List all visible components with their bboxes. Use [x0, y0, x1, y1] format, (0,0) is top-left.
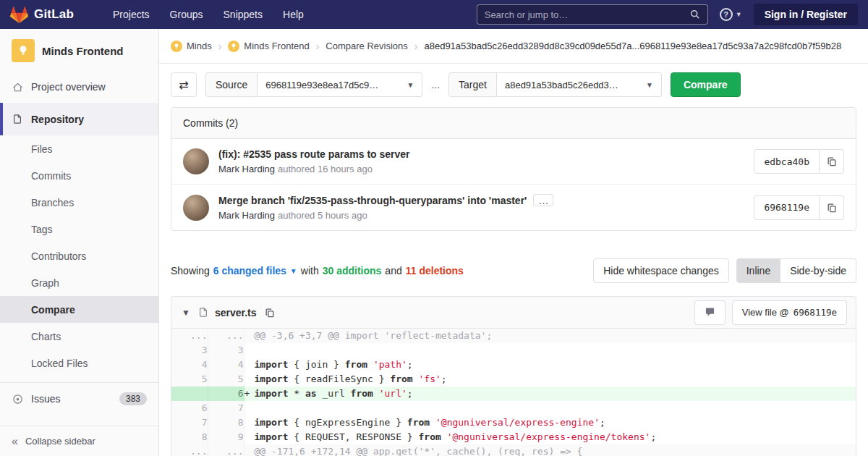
diff-line-sign: +	[244, 387, 255, 401]
new-line-number[interactable]: ...	[208, 444, 244, 456]
sidebar-item-charts[interactable]: Charts	[0, 323, 158, 350]
diff-view-mode-group: Inline Side-by-side	[736, 258, 856, 283]
sidebar-item-repository[interactable]: Repository	[0, 103, 158, 135]
sidebar-item-label: Locked Files	[31, 358, 88, 369]
old-line-number[interactable]: ...	[171, 444, 208, 456]
sidebar-item-files[interactable]: Files	[0, 135, 158, 162]
hide-whitespace-button[interactable]: Hide whitespace changes	[593, 258, 729, 283]
search-input[interactable]	[485, 9, 684, 20]
side-by-side-view-button[interactable]: Side-by-side	[780, 258, 856, 283]
source-branch-dropdown[interactable]: 6968119e93e8ea17d5c9… ▼	[258, 72, 422, 97]
diff-line: 6+import * as _url from 'url';	[171, 387, 856, 401]
commit-sha-button[interactable]: 6968119e	[754, 195, 820, 220]
nav-groups[interactable]: Groups	[163, 6, 210, 23]
breadcrumb-minds[interactable]: Minds	[171, 41, 212, 52]
project-avatar	[12, 39, 35, 62]
with-label: with	[301, 265, 319, 276]
swap-revisions-button[interactable]: ⇄	[171, 72, 197, 97]
repository-submenu: Files Commits Branches Tags Contributors…	[0, 135, 158, 376]
old-line-number[interactable]: 8	[171, 430, 208, 444]
sidebar-item-issues[interactable]: Issues 383	[0, 383, 158, 415]
old-line-number[interactable]: 7	[171, 415, 208, 430]
new-line-number[interactable]: ...	[208, 329, 244, 343]
global-search-box[interactable]	[477, 4, 708, 25]
toggle-commit-description-button[interactable]: …	[533, 194, 553, 206]
diff-line: 67	[171, 401, 856, 415]
toggle-comments-button[interactable]	[694, 300, 726, 325]
chevron-down-icon: ▼	[736, 11, 742, 18]
new-line-number[interactable]: 4	[208, 358, 244, 372]
commit-row: (fix): #2535 pass route params to server…	[171, 139, 856, 184]
commit-author-avatar[interactable]	[183, 195, 209, 221]
diff-line: ......@@ -3,6 +3,7 @@ import 'reflect-me…	[171, 329, 856, 343]
home-icon	[12, 81, 23, 93]
commit-sha-button[interactable]: edbca40b	[754, 149, 820, 174]
commits-panel-header: Commits (2)	[171, 108, 856, 139]
sidebar-item-branches[interactable]: Branches	[0, 189, 158, 216]
sidebar-item-project-overview[interactable]: Project overview	[0, 71, 158, 103]
old-line-number[interactable]: 4	[171, 358, 208, 372]
nav-snippets[interactable]: Snippets	[216, 6, 270, 23]
new-line-number[interactable]: 3	[208, 343, 244, 358]
diff-file-panel: ▼ server.ts View file @ 6968119e	[171, 296, 856, 456]
new-line-number[interactable]: 6	[208, 387, 244, 401]
target-value: a8ed91a53bad5c26edd3…	[505, 80, 618, 90]
diff-file-name[interactable]: server.ts	[215, 307, 257, 318]
nav-help[interactable]: Help	[276, 6, 311, 23]
new-line-number[interactable]: 9	[208, 430, 244, 444]
target-branch-dropdown[interactable]: a8ed91a53bad5c26edd3… ▼	[497, 72, 662, 97]
main-nav: Projects Groups Snippets Help	[106, 6, 311, 23]
commit-title-link[interactable]: Merge branch 'fix/2535-pass-through-quer…	[218, 195, 527, 206]
sidebar-item-label: Issues	[31, 393, 60, 405]
breadcrumb-label: Compare Revisions	[326, 41, 407, 51]
source-input-group: Source 6968119e93e8ea17d5c9… ▼	[205, 72, 422, 97]
additions-count: 30 additions	[323, 265, 382, 276]
diff-file-header: ▼ server.ts View file @ 6968119e	[171, 297, 856, 329]
view-file-button[interactable]: View file @ 6968119e	[732, 300, 847, 325]
copy-sha-button[interactable]	[820, 149, 844, 174]
inline-view-button[interactable]: Inline	[736, 258, 780, 283]
deletions-count: 11 deletions	[406, 265, 464, 276]
sign-in-button[interactable]: Sign in / Register	[754, 4, 858, 25]
copy-icon	[827, 203, 837, 213]
old-line-number[interactable]	[171, 387, 208, 401]
copy-sha-button[interactable]	[820, 195, 844, 220]
diff-code-line: +import * as _url from 'url';	[244, 387, 856, 401]
copy-file-path-button[interactable]	[263, 308, 276, 318]
new-line-number[interactable]: 8	[208, 415, 244, 430]
compare-revisions-form: ⇄ Source 6968119e93e8ea17d5c9… ▼ ... Tar…	[171, 72, 856, 97]
compare-button[interactable]: Compare	[671, 72, 741, 97]
sidebar-project-link[interactable]: Minds Frontend	[0, 29, 158, 71]
breadcrumb-compare-revisions[interactable]: Compare Revisions	[326, 41, 407, 51]
collapse-diff-button[interactable]: ▼	[180, 306, 192, 319]
breadcrumb-label: Minds	[187, 41, 212, 51]
nav-projects[interactable]: Projects	[106, 6, 157, 23]
diff-table-body: ......@@ -3,6 +3,7 @@ import 'reflect-me…	[171, 329, 856, 456]
commit-author-link[interactable]: Mark Harding	[218, 164, 275, 174]
breadcrumb-sha-range: a8ed91a53bad5c26edd3289dd8c39cd09de55d7a…	[424, 41, 841, 51]
gitlab-home-link[interactable]: GitLab	[10, 6, 74, 24]
new-line-number[interactable]: 7	[208, 401, 244, 415]
collapse-sidebar-button[interactable]: « Collapse sidebar	[0, 426, 158, 456]
sidebar-item-tags[interactable]: Tags	[0, 216, 158, 242]
sidebar-item-label: Branches	[31, 197, 74, 208]
diff-code-line	[244, 401, 856, 415]
sidebar-item-compare[interactable]: Compare	[0, 296, 158, 323]
commit-author-link[interactable]: Mark Harding	[218, 210, 275, 221]
help-dropdown[interactable]: ? ▼	[720, 8, 742, 21]
old-line-number[interactable]: 5	[171, 372, 208, 387]
commit-author-avatar[interactable]	[183, 148, 209, 174]
changed-files-dropdown[interactable]: 6 changed files ▼	[213, 265, 297, 276]
sidebar-item-commits[interactable]: Commits	[0, 162, 158, 189]
old-line-number[interactable]: 6	[171, 401, 208, 415]
sidebar-item-contributors[interactable]: Contributors	[0, 242, 158, 269]
sidebar-item-locked-files[interactable]: Locked Files	[0, 350, 158, 376]
old-line-number[interactable]: ...	[171, 329, 208, 343]
issues-count-badge: 383	[119, 392, 147, 405]
sidebar-item-graph[interactable]: Graph	[0, 269, 158, 296]
diff-file-actions: View file @ 6968119e	[694, 300, 847, 325]
breadcrumb-minds-frontend[interactable]: Minds Frontend	[228, 41, 309, 52]
old-line-number[interactable]: 3	[171, 343, 208, 358]
commit-title-link[interactable]: (fix): #2535 pass route params to server	[218, 148, 410, 160]
new-line-number[interactable]: 5	[208, 372, 244, 387]
